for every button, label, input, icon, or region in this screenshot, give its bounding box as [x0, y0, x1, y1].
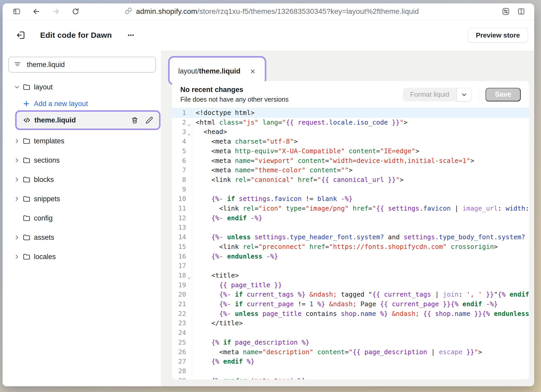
tab-theme-liquid[interactable]: layout/theme.liquid: [172, 59, 262, 84]
code-line-12[interactable]: 12 {%- endif -%}: [172, 213, 529, 223]
browser-window: admin.shopify.com/store/rzq1xu-f5/themes…: [3, 3, 534, 386]
code-line-1[interactable]: 1<!doctype html>: [172, 108, 529, 118]
code-line-8[interactable]: 8 <link rel="canonical" href="{{ canonic…: [172, 175, 529, 185]
page-settings-icon[interactable]: [501, 7, 510, 16]
line-number: 11: [172, 204, 192, 213]
code-line-3[interactable]: 3 <head>: [172, 127, 529, 137]
line-number: 23: [172, 318, 192, 328]
format-liquid-button[interactable]: Format liquid: [403, 88, 457, 101]
url-text: admin.shopify.com/store/rzq1xu-f5/themes…: [136, 7, 419, 16]
code-text: {% render 'meta-tags' %}: [192, 376, 529, 379]
chevron-right-icon[interactable]: [14, 138, 22, 144]
rename-file-icon[interactable]: [145, 116, 153, 124]
code-line-22[interactable]: 22 {%- unless page_title contains shop.n…: [172, 309, 529, 319]
code-line-17[interactable]: 17: [172, 261, 529, 271]
code-line-25[interactable]: 25 {% if page_description %}: [172, 338, 529, 347]
tree-item-label: locales: [34, 253, 56, 261]
code-line-20[interactable]: 20 {%- if current_tags %} &ndash; tagged…: [172, 290, 529, 299]
code-line-29[interactable]: 29 {% render 'meta-tags' %}: [172, 376, 529, 379]
chevron-right-icon[interactable]: [14, 253, 22, 260]
code-line-16[interactable]: 16 {%- endunless -%}: [172, 252, 529, 261]
delete-file-icon[interactable]: [131, 116, 139, 124]
code-line-21[interactable]: 21 {%- if current_page != 1 %} &ndash; P…: [172, 299, 529, 309]
forward-icon[interactable]: [52, 7, 60, 16]
format-liquid-dropdown[interactable]: [457, 88, 472, 101]
code-line-11[interactable]: 11 <link rel="icon" type="image/png" hre…: [172, 204, 529, 213]
address-bar[interactable]: admin.shopify.com/store/rzq1xu-f5/themes…: [125, 3, 419, 20]
code-line-4[interactable]: 4 <meta charset="utf-8">: [172, 137, 529, 146]
line-number[interactable]: 2: [172, 118, 192, 127]
tree-item-label: layout: [34, 83, 53, 91]
sidebar-item-assets[interactable]: assets: [3, 229, 161, 246]
code-text: {{ page_title }}: [192, 280, 529, 290]
chevron-right-icon[interactable]: [14, 157, 22, 164]
code-line-24[interactable]: 24: [172, 328, 529, 338]
file-tree: layoutAdd a new layouttheme.liquidtempla…: [3, 79, 161, 265]
reload-icon[interactable]: [71, 7, 80, 16]
code-line-10[interactable]: 10 {%- if settings.favicon != blank -%}: [172, 194, 529, 204]
more-actions-icon[interactable]: [126, 31, 135, 40]
chevron-right-icon[interactable]: [14, 176, 22, 183]
code-line-14[interactable]: 14 {%- unless settings.type_header_font.…: [172, 232, 529, 242]
exit-icon[interactable]: [16, 30, 26, 40]
code-file-icon: [22, 116, 34, 125]
chevron-right-icon[interactable]: [14, 234, 22, 241]
code-text: <meta name="viewport" content="width=dev…: [192, 156, 529, 166]
line-number: 8: [172, 175, 192, 185]
code-line-26[interactable]: 26 <meta name="description" content="{{ …: [172, 347, 529, 357]
sidebar-item-templates[interactable]: templates: [3, 133, 161, 149]
code-line-18[interactable]: 18 <title>: [172, 271, 529, 280]
file-search-box[interactable]: [8, 57, 156, 72]
sidebar-toggle-icon[interactable]: [13, 7, 21, 16]
tree-item-label: assets: [34, 234, 54, 242]
folder-icon: [22, 233, 34, 242]
tree-item-label: Add a new layout: [34, 100, 88, 108]
sidebar-item-sections[interactable]: sections: [3, 152, 161, 169]
sidebar-item-theme-liquid[interactable]: theme.liquid: [17, 112, 158, 128]
folder-icon: [22, 214, 34, 222]
code-line-9[interactable]: 9: [172, 185, 529, 194]
tab-close-icon[interactable]: [249, 68, 256, 75]
chevron-down-icon[interactable]: [14, 84, 22, 90]
url-domain: admin.shopify.com: [136, 7, 197, 15]
code-line-6[interactable]: 6 <meta name="viewport" content="width=d…: [172, 156, 529, 166]
code-line-13[interactable]: 13: [172, 223, 529, 232]
code-line-27[interactable]: 27 {% endif %}: [172, 357, 529, 366]
code-lines[interactable]: 1<!doctype html>2<html class="js" lang="…: [172, 108, 529, 379]
search-input[interactable]: [26, 60, 151, 69]
code-text: [192, 366, 529, 376]
sidebar-item-config[interactable]: config: [3, 210, 161, 226]
code-line-28[interactable]: 28: [172, 366, 529, 376]
save-button[interactable]: Save: [485, 88, 521, 101]
line-number[interactable]: 18: [172, 271, 192, 280]
code-text: [192, 185, 529, 194]
editor-header: No recent changes File does not have any…: [172, 81, 529, 108]
code-line-19[interactable]: 19 {{ page_title }}: [172, 280, 529, 290]
chevron-right-icon[interactable]: [14, 195, 22, 202]
sidebar-item-layout[interactable]: layout: [3, 79, 161, 95]
sidebar-item-snippets[interactable]: snippets: [3, 191, 161, 207]
code-text: <meta name="description" content="{{ pag…: [192, 347, 529, 357]
tab-label: layout/theme.liquid: [178, 67, 241, 75]
folder-icon: [22, 175, 34, 184]
line-number: 24: [172, 328, 192, 338]
sidebar-item-locales[interactable]: locales: [3, 248, 161, 265]
line-number[interactable]: 3: [172, 127, 192, 137]
preview-store-button[interactable]: Preview store: [468, 28, 528, 42]
file-label: theme.liquid: [34, 116, 76, 124]
sidebar-item-blocks[interactable]: blocks: [3, 171, 161, 188]
line-number: 7: [172, 166, 192, 175]
url-path: /store/rzq1xu-f5/themes/132683530345?key…: [197, 7, 419, 15]
line-number: 26: [172, 347, 192, 357]
code-text: {%- unless settings.type_header_font.sys…: [192, 232, 529, 242]
back-icon[interactable]: [32, 7, 41, 16]
add-layout-action[interactable]: Add a new layout: [3, 95, 161, 112]
split-view-icon[interactable]: [517, 7, 525, 16]
line-number: 9: [172, 185, 192, 194]
code-line-2[interactable]: 2<html class="js" lang="{{ request.local…: [172, 118, 529, 127]
code-line-23[interactable]: 23 </title>: [172, 318, 529, 328]
code-line-15[interactable]: 15 <link rel="preconnect" href="https://…: [172, 242, 529, 252]
code-line-7[interactable]: 7 <meta name="theme-color" content="">: [172, 166, 529, 175]
app-header: Edit code for Dawn Preview store: [3, 20, 534, 51]
code-line-5[interactable]: 5 <meta http-equiv="X-UA-Compatible" con…: [172, 146, 529, 156]
